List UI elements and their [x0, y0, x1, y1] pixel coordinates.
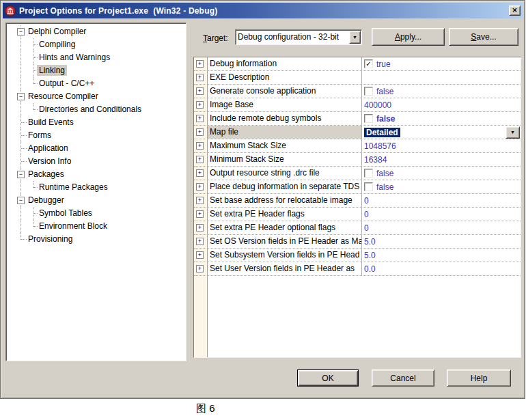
property-value: false — [362, 112, 521, 125]
property-name: Minimum Stack Size — [208, 153, 362, 166]
tree-item-version-info[interactable]: Version Info — [6, 155, 186, 168]
property-name: Image Base — [208, 98, 362, 111]
tree-item-runtime-packages[interactable]: Runtime Packages — [6, 181, 186, 194]
save-button[interactable]: Save... — [449, 28, 518, 46]
collapse-minus-icon[interactable]: − — [17, 197, 25, 204]
property-name: Place debug information in separate TDS — [208, 180, 362, 193]
property-value: 0 — [362, 221, 521, 234]
expand-plus-icon[interactable]: + — [196, 128, 204, 136]
property-row-exe-description[interactable]: +EXE Description — [194, 71, 521, 85]
figure-caption: 图 6 — [196, 402, 215, 415]
property-row-set-os-version-fields-in-pe-header-as-ma[interactable]: +Set OS Version fields in PE Header as M… — [194, 235, 521, 249]
value-text: false — [376, 169, 393, 178]
chevron-down-icon[interactable]: ▼ — [506, 126, 520, 139]
help-button[interactable]: Help — [447, 369, 511, 387]
ok-button[interactable]: OK — [297, 369, 359, 387]
expand-plus-icon[interactable]: + — [196, 101, 204, 109]
apply-button[interactable]: Apply... — [372, 28, 445, 46]
cancel-button[interactable]: Cancel — [372, 369, 434, 387]
tree-item-build-events[interactable]: Build Events — [6, 116, 186, 129]
tree-item-label: Directories and Conditionals — [37, 104, 143, 115]
tree-item-delphi-compiler[interactable]: −Delphi Compiler — [6, 25, 186, 38]
checkbox-unchecked-icon[interactable] — [364, 114, 373, 123]
property-row-place-debug-information-in-separate-tds[interactable]: +Place debug information in separate TDS… — [194, 180, 521, 194]
tree-item-forms[interactable]: Forms — [6, 129, 186, 142]
expand-plus-icon[interactable]: + — [196, 156, 204, 163]
tree-item-hints-and-warnings[interactable]: Hints and Warnings — [6, 51, 186, 64]
tree-item-label: Delphi Compiler — [26, 26, 88, 37]
property-name: EXE Description — [208, 71, 362, 84]
expand-plus-icon[interactable]: + — [196, 87, 204, 95]
property-row-output-resource-string-drc-file[interactable]: +Output resource string .drc filefalse — [194, 167, 521, 180]
tree-item-symbol-tables[interactable]: Symbol Tables — [6, 207, 186, 220]
property-row-set-subsystem-version-fields-in-pe-head[interactable]: +Set Subsystem Version fields in PE Head… — [194, 249, 521, 262]
close-icon[interactable]: ✕ — [509, 5, 521, 16]
expand-plus-icon[interactable]: + — [196, 169, 204, 177]
property-row-set-user-version-fields-in-pe-header-as[interactable]: +Set User Version fields in PE Header as… — [194, 262, 521, 276]
property-name: Set base address for relocatable image — [208, 194, 362, 207]
property-row-map-file[interactable]: +Map fileDetailed▼ — [194, 126, 521, 139]
property-value — [362, 71, 521, 84]
value-text-selected: Detailed — [364, 128, 400, 137]
checkbox-unchecked-icon[interactable] — [364, 169, 373, 178]
value-text: 16384 — [364, 155, 387, 165]
tree-item-provisioning[interactable]: Provisioning — [6, 233, 186, 246]
expand-plus-icon[interactable]: + — [196, 142, 204, 150]
checkbox-checked-icon[interactable]: ✓ — [364, 59, 373, 68]
property-row-debug-information[interactable]: +Debug information✓true — [194, 57, 521, 71]
tree-item-label: Hints and Warnings — [37, 52, 112, 63]
property-name: Set Subsystem Version fields in PE Head — [208, 249, 362, 262]
collapse-minus-icon[interactable]: − — [17, 28, 25, 36]
checkbox-unchecked-icon[interactable] — [364, 87, 373, 96]
value-text: 400000 — [364, 100, 391, 110]
property-value: ✓true — [362, 57, 521, 70]
value-text: 5.0 — [364, 237, 376, 247]
property-row-image-base[interactable]: +Image Base400000 — [194, 98, 521, 112]
tree-item-directories-and-conditionals[interactable]: Directories and Conditionals — [6, 103, 186, 116]
value-text: 0 — [364, 196, 369, 206]
tree-item-environment-block[interactable]: Environment Block — [6, 220, 186, 233]
property-name: Include remote debug symbols — [208, 112, 362, 125]
property-row-generate-console-application[interactable]: +Generate console applicationfalse — [194, 85, 521, 98]
tree-item-label: Output - C/C++ — [37, 78, 96, 89]
tree-item-label: Resource Compiler — [26, 91, 100, 102]
property-name: Maximum Stack Size — [208, 139, 362, 152]
tree-item-label: Symbol Tables — [37, 208, 94, 219]
property-rows: +Debug information✓true+EXE Description+… — [194, 57, 521, 276]
expand-plus-icon[interactable]: + — [196, 224, 204, 232]
property-row-maximum-stack-size[interactable]: +Maximum Stack Size1048576 — [194, 139, 521, 153]
property-row-include-remote-debug-symbols[interactable]: +Include remote debug symbolsfalse — [194, 112, 521, 126]
tree-item-compiling[interactable]: Compiling — [6, 38, 186, 51]
tree-item-packages[interactable]: −Packages — [6, 168, 186, 181]
property-row-set-extra-pe-header-flags[interactable]: +Set extra PE Header flags0 — [194, 208, 521, 221]
value-text: 0 — [364, 210, 369, 219]
target-combobox[interactable]: Debug configuration - 32-bit ▼ — [235, 29, 362, 45]
tree-item-debugger[interactable]: −Debugger — [6, 194, 186, 207]
tree-item-linking[interactable]: Linking — [6, 64, 186, 77]
property-row-minimum-stack-size[interactable]: +Minimum Stack Size16384 — [194, 153, 521, 167]
collapse-minus-icon[interactable]: − — [17, 93, 25, 100]
tree-item-resource-compiler[interactable]: −Resource Compiler — [6, 90, 186, 103]
chevron-down-icon[interactable]: ▼ — [349, 31, 361, 44]
expand-plus-icon[interactable]: + — [196, 60, 204, 68]
expand-plus-icon[interactable]: + — [196, 74, 204, 81]
expand-plus-icon[interactable]: + — [196, 183, 204, 191]
tree-item-application[interactable]: Application — [6, 142, 186, 155]
expand-plus-icon[interactable]: + — [196, 210, 204, 218]
property-row-set-extra-pe-header-optional-flags[interactable]: +Set extra PE Header optional flags0 — [194, 221, 521, 235]
tree-item-label: Provisioning — [26, 234, 74, 244]
window-title: Project Options for Project1.exe (Win32 … — [19, 6, 217, 16]
property-row-set-base-address-for-relocatable-image[interactable]: +Set base address for relocatable image0 — [194, 194, 521, 208]
expand-plus-icon[interactable]: + — [196, 251, 204, 259]
checkbox-unchecked-icon[interactable] — [364, 182, 373, 191]
collapse-minus-icon[interactable]: − — [17, 171, 25, 178]
options-tree: −Delphi CompilerCompilingHints and Warni… — [5, 23, 186, 361]
expand-plus-icon[interactable]: + — [196, 115, 204, 122]
property-name: Set OS Version fields in PE Header as Ma — [208, 235, 362, 248]
property-value: false — [362, 180, 521, 193]
tree-item-output-c-c[interactable]: Output - C/C++ — [6, 77, 186, 90]
property-value: 1048576 — [362, 139, 521, 152]
expand-plus-icon[interactable]: + — [196, 238, 204, 245]
expand-plus-icon[interactable]: + — [196, 197, 204, 204]
expand-plus-icon[interactable]: + — [196, 265, 204, 272]
